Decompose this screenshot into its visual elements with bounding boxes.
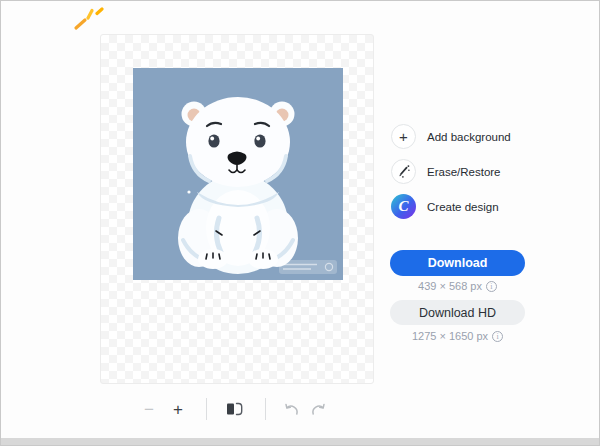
- download-size-caption: 439 × 568 px i: [390, 280, 525, 292]
- info-icon[interactable]: i: [486, 281, 497, 292]
- add-background-button[interactable]: + Add background: [391, 124, 511, 149]
- toolbar-divider: [265, 398, 266, 420]
- download-button[interactable]: Download: [390, 250, 525, 276]
- download-size-text: 439 × 568 px: [418, 280, 482, 292]
- background-remover-app: + Add background Erase/Restore C Create …: [0, 0, 600, 446]
- watermark: [279, 260, 337, 274]
- window-bottom-edge: [1, 438, 599, 445]
- download-hd-size-text: 1275 × 1650 px: [412, 330, 488, 342]
- download-hd-button[interactable]: Download HD: [390, 300, 525, 325]
- info-glyph: i: [496, 332, 498, 341]
- before-after-icon: [226, 402, 243, 416]
- magic-pen-icon: [396, 164, 411, 179]
- zoom-in-button[interactable]: +: [166, 397, 190, 421]
- erase-restore-button[interactable]: Erase/Restore: [391, 159, 501, 184]
- download-hd-size-caption: 1275 × 1650 px i: [390, 330, 525, 342]
- compare-before-after-button[interactable]: [222, 397, 246, 421]
- create-design-button[interactable]: C Create design: [391, 194, 499, 219]
- plus-glyph: +: [399, 129, 408, 144]
- plus-icon: +: [391, 124, 416, 149]
- redo-button[interactable]: [307, 397, 331, 421]
- create-design-label: Create design: [427, 201, 499, 213]
- add-background-label: Add background: [427, 131, 511, 143]
- info-glyph: i: [490, 282, 492, 291]
- info-icon[interactable]: i: [492, 331, 503, 342]
- erase-restore-label: Erase/Restore: [427, 166, 501, 178]
- erase-restore-icon: [391, 159, 416, 184]
- plus-icon: +: [173, 401, 183, 418]
- sparkle-icon: [71, 7, 107, 33]
- redo-icon: [311, 403, 327, 416]
- canva-logo-icon: C: [391, 194, 416, 219]
- zoom-out-button[interactable]: −: [137, 397, 161, 421]
- polar-bear-illustration: [133, 68, 343, 280]
- toolbar-divider: [206, 398, 207, 420]
- polar-bear-image: [133, 68, 343, 280]
- canva-logo-letter: C: [398, 199, 408, 214]
- undo-icon: [283, 403, 299, 416]
- undo-button[interactable]: [279, 397, 303, 421]
- minus-icon: −: [144, 401, 154, 418]
- canvas-card: [100, 34, 374, 384]
